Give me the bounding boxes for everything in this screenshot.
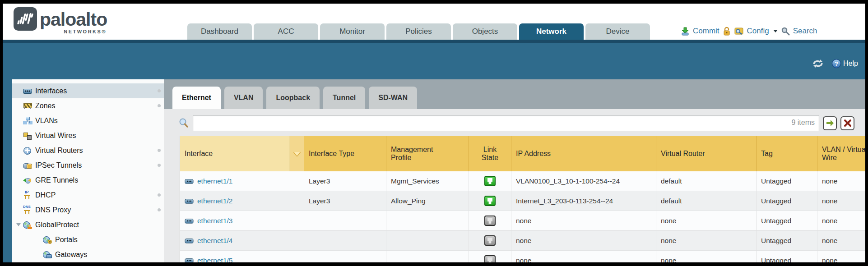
main-nav-tab[interactable]: Objects xyxy=(453,23,517,40)
sidebar-item-label: Portals xyxy=(55,236,78,244)
interface-icon xyxy=(185,217,194,225)
filter-input-wrap: 9 items xyxy=(193,115,819,131)
virtual-router-cell: default xyxy=(656,191,757,211)
interface-cell: ethernet1/1 xyxy=(180,171,304,191)
management-profile-cell: Allow_Ping xyxy=(386,191,469,211)
main-nav-tab[interactable]: Dashboard xyxy=(187,23,252,40)
sidebar-item[interactable]: IPSec Tunnels xyxy=(12,158,164,173)
column-header-vlan-virtual-wire[interactable]: VLAN / Virtual Wire xyxy=(817,136,865,171)
content-tab[interactable]: SD-WAN xyxy=(369,87,417,109)
apply-filter-button[interactable] xyxy=(823,116,837,130)
sidebar-item-label: VLANs xyxy=(35,117,58,125)
lock-icon[interactable] xyxy=(723,27,731,36)
sidebar-item-label: IPSec Tunnels xyxy=(35,161,82,170)
config-icon[interactable] xyxy=(734,27,744,36)
sidebar-item[interactable]: Portals xyxy=(12,232,164,247)
filter-input[interactable] xyxy=(193,115,819,131)
search-icon[interactable] xyxy=(781,27,790,36)
interface-type-cell xyxy=(304,251,386,262)
interface-icon xyxy=(185,257,194,262)
sort-triangle-icon[interactable] xyxy=(294,152,300,156)
table-row[interactable]: ethernet1/1 Layer3 Mgmt_Services VLAN010… xyxy=(180,171,865,191)
refresh-icon[interactable] xyxy=(812,59,824,69)
header-actions: Commit Config Search xyxy=(681,24,817,38)
vlan-wire-cell: none xyxy=(817,231,865,250)
content-tab[interactable]: Ethernet xyxy=(172,87,221,109)
status-dot xyxy=(158,89,161,92)
virtual-router-cell: none xyxy=(656,211,757,230)
link-state-icon xyxy=(484,176,496,186)
search-button[interactable]: Search xyxy=(793,27,817,36)
items-count: 9 items xyxy=(791,119,815,127)
tab-label: Dashboard xyxy=(201,27,238,36)
column-header-tag[interactable]: Tag xyxy=(757,136,817,171)
content-body: 9 items Interface Interface Type Managem… xyxy=(164,109,865,262)
sidebar-item[interactable] xyxy=(12,262,164,262)
table-row[interactable]: ethernet1/4 none none Untagged none xyxy=(180,231,865,251)
tab-label: Monitor xyxy=(339,27,365,36)
main-panel: Ethernet VLAN Loopback Tunnel SD-WAN 9 i… xyxy=(164,79,865,262)
sidebar-item[interactable]: VLANs xyxy=(12,113,164,128)
table-row[interactable]: ethernet1/3 none none Untagged none xyxy=(180,211,865,231)
column-header-interface[interactable]: Interface xyxy=(180,136,290,171)
help-button[interactable]: Help xyxy=(843,60,858,68)
sidebar-item-label: Interfaces xyxy=(35,87,67,95)
sidebar-item-label: Gateways xyxy=(55,251,87,259)
commit-icon[interactable] xyxy=(681,27,690,36)
interface-link[interactable]: ethernet1/5 xyxy=(197,257,232,263)
content-tab[interactable]: Tunnel xyxy=(323,87,365,109)
sidebar-item[interactable]: DNS Proxy xyxy=(12,202,164,217)
column-header-interface-type[interactable]: Interface Type xyxy=(304,136,386,171)
sidebar-item[interactable]: Gateways xyxy=(12,247,164,262)
sidebar-item[interactable]: Zones xyxy=(12,98,164,113)
expander-triangle-icon[interactable] xyxy=(16,223,21,226)
virtual-router-cell: none xyxy=(656,231,757,250)
content-tab[interactable]: VLAN xyxy=(224,87,263,109)
content-tab-label: VLAN xyxy=(234,94,254,102)
paloalto-logo xyxy=(14,7,37,31)
sidebar-item-label: Zones xyxy=(35,102,55,110)
clear-filter-button[interactable] xyxy=(840,116,854,130)
column-header-ip-address[interactable]: IP Address xyxy=(511,136,656,171)
main-nav-tab[interactable]: ACC xyxy=(254,23,318,40)
main-nav-tab[interactable]: Network xyxy=(519,23,584,40)
sidebar-item[interactable]: GRE Tunnels xyxy=(12,173,164,188)
status-dot xyxy=(158,149,161,152)
sidebar-item-label: DHCP xyxy=(35,191,56,199)
app-window: paloalto NETWORKS® Dashboard ACC Monitor… xyxy=(0,0,868,266)
virtual-router-cell: none xyxy=(656,251,757,262)
column-header-virtual-router[interactable]: Virtual Router xyxy=(656,136,757,171)
tab-label: Network xyxy=(536,27,566,36)
management-profile-cell xyxy=(386,211,469,230)
content-tab[interactable]: Loopback xyxy=(266,87,320,109)
sidebar-item[interactable]: Virtual Routers xyxy=(12,143,164,158)
link-state-cell xyxy=(469,171,511,191)
virtual-routers-icon xyxy=(23,147,32,155)
interface-link[interactable]: ethernet1/2 xyxy=(197,197,232,205)
interface-link[interactable]: ethernet1/3 xyxy=(197,217,232,225)
sidebar-item[interactable]: Virtual Wires xyxy=(12,128,164,143)
main-nav-tab[interactable]: Device xyxy=(585,23,650,40)
config-button[interactable]: Config xyxy=(747,27,769,36)
sort-dropdown-cell xyxy=(290,136,304,171)
brand-name: paloalto xyxy=(40,9,107,30)
table-row[interactable]: ethernet1/5 none none Untagged none xyxy=(180,251,865,262)
commit-button[interactable]: Commit xyxy=(693,27,719,36)
interface-link[interactable]: ethernet1/1 xyxy=(197,177,232,185)
main-nav-tab[interactable]: Policies xyxy=(386,23,451,40)
config-caret-icon[interactable] xyxy=(773,30,778,32)
table-row[interactable]: ethernet1/2 Layer3 Allow_Ping Internet_L… xyxy=(180,191,865,211)
sidebar-item-label: GRE Tunnels xyxy=(35,176,78,184)
column-header-management-profile[interactable]: Management Profile xyxy=(386,136,469,171)
sidebar-item[interactable]: Interfaces xyxy=(12,83,164,98)
interface-link[interactable]: ethernet1/4 xyxy=(197,237,232,245)
column-header-link-state[interactable]: Link State xyxy=(469,136,511,171)
sidebar-item[interactable]: DHCP xyxy=(12,188,164,202)
interface-type-cell xyxy=(304,231,386,250)
interface-icon xyxy=(185,197,194,205)
main-nav-tab[interactable]: Monitor xyxy=(320,23,385,40)
help-icon[interactable]: ? xyxy=(831,59,841,69)
globalprotect-icon xyxy=(23,221,32,229)
ipsec-tunnels-icon xyxy=(23,161,32,170)
sidebar-item[interactable]: GlobalProtect xyxy=(12,217,164,232)
